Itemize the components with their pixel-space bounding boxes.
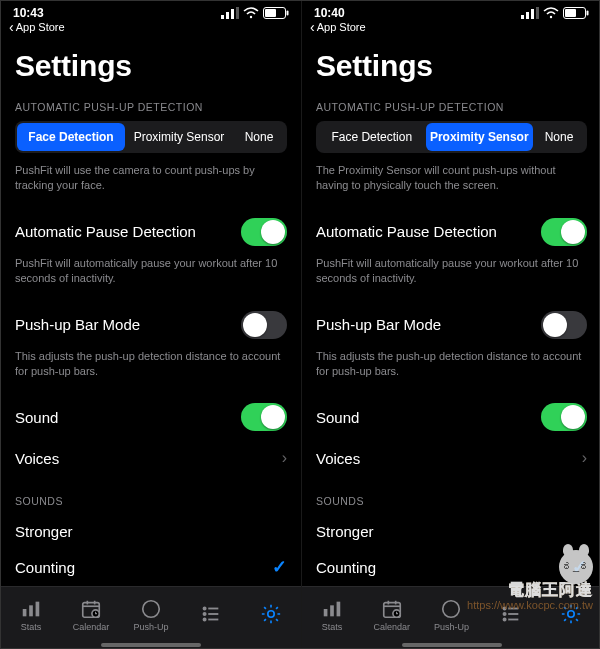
svg-rect-7 xyxy=(265,9,276,17)
screen-1: 10:40‹App StoreSettingsAUTOMATIC PUSH-UP… xyxy=(301,1,600,649)
pause-detection-row: Automatic Pause Detection xyxy=(15,208,287,256)
segment-option-1[interactable]: Proximity Sensor xyxy=(426,123,534,151)
sound-item-1[interactable]: Counting✓ xyxy=(316,548,587,586)
checkmark-icon: ✓ xyxy=(272,556,287,578)
voices-label: Voices xyxy=(316,450,360,467)
detection-section-label: AUTOMATIC PUSH-UP DETECTION xyxy=(316,101,587,113)
detection-segmented-control: Face DetectionProximity SensorNone xyxy=(15,121,287,153)
home-indicator xyxy=(101,643,201,647)
sounds-section-label: SOUNDS xyxy=(316,495,587,507)
svg-rect-3 xyxy=(236,7,239,19)
svg-point-23 xyxy=(268,610,274,616)
calendar-icon xyxy=(80,598,102,620)
svg-point-19 xyxy=(203,612,205,614)
svg-rect-27 xyxy=(536,7,539,19)
gear-icon xyxy=(260,603,282,625)
chevron-right-icon: › xyxy=(282,449,287,467)
battery-icon xyxy=(563,7,589,19)
tab-circle[interactable]: Push-Up xyxy=(425,598,477,632)
svg-rect-25 xyxy=(526,12,529,19)
voices-row[interactable]: Voices› xyxy=(15,441,287,475)
pause-detection-row: Automatic Pause Detection xyxy=(316,208,587,256)
checkmark-icon: ✓ xyxy=(572,556,587,578)
svg-point-17 xyxy=(203,607,205,609)
svg-point-4 xyxy=(250,16,252,18)
segment-option-0[interactable]: Face Detection xyxy=(318,123,426,151)
chevron-left-icon: ‹ xyxy=(9,22,14,32)
tab-calendar[interactable]: Calendar xyxy=(65,598,117,632)
cellular-icon xyxy=(521,7,539,19)
status-time: 10:43 xyxy=(13,6,44,20)
bar-mode-toggle[interactable] xyxy=(241,311,287,339)
tab-list[interactable] xyxy=(185,603,237,627)
segment-option-2[interactable]: None xyxy=(533,123,585,151)
svg-rect-24 xyxy=(521,15,524,19)
pause-label: Automatic Pause Detection xyxy=(15,223,196,240)
pause-toggle[interactable] xyxy=(541,218,587,246)
svg-rect-26 xyxy=(531,9,534,19)
sound-item-label: Counting xyxy=(15,559,75,576)
pause-description: PushFit will automatically pause your wo… xyxy=(316,256,587,287)
svg-point-21 xyxy=(203,618,205,620)
wifi-icon xyxy=(243,7,259,19)
status-time: 10:40 xyxy=(314,6,345,20)
cellular-icon xyxy=(221,7,239,19)
sound-toggle[interactable] xyxy=(541,403,587,431)
svg-point-45 xyxy=(504,618,506,620)
bar-mode-toggle[interactable] xyxy=(541,311,587,339)
bar-mode-label: Push-up Bar Mode xyxy=(15,316,140,333)
svg-rect-30 xyxy=(587,11,589,16)
tab-list[interactable] xyxy=(485,603,537,627)
circle-icon xyxy=(140,598,162,620)
segment-option-2[interactable]: None xyxy=(233,123,285,151)
segment-option-0[interactable]: Face Detection xyxy=(17,123,125,151)
segment-option-1[interactable]: Proximity Sensor xyxy=(125,123,233,151)
sound-item-0[interactable]: Stronger xyxy=(15,515,287,548)
svg-point-47 xyxy=(568,610,574,616)
tab-label: Stats xyxy=(21,622,42,632)
pause-toggle[interactable] xyxy=(241,218,287,246)
svg-point-41 xyxy=(504,607,506,609)
tab-gear[interactable] xyxy=(545,603,597,627)
svg-rect-33 xyxy=(330,605,334,616)
voices-label: Voices xyxy=(15,450,59,467)
screen-0: 10:43‹App StoreSettingsAUTOMATIC PUSH-UP… xyxy=(1,1,301,649)
sound-item-label: Stronger xyxy=(15,523,73,540)
svg-rect-2 xyxy=(231,9,234,19)
page-title: Settings xyxy=(15,49,287,83)
sound-item-1[interactable]: Counting✓ xyxy=(15,548,287,586)
sound-toggle[interactable] xyxy=(241,403,287,431)
stats-icon xyxy=(321,598,343,620)
tab-stats[interactable]: Stats xyxy=(306,598,358,632)
circle-icon xyxy=(440,598,462,620)
tab-gear[interactable] xyxy=(245,603,297,627)
svg-point-16 xyxy=(143,600,160,617)
tab-circle[interactable]: Push-Up xyxy=(125,598,177,632)
detection-segmented-control: Face DetectionProximity SensorNone xyxy=(316,121,587,153)
page-title: Settings xyxy=(316,49,587,83)
bar-mode-row: Push-up Bar Mode xyxy=(15,301,287,349)
sound-item-0[interactable]: Stronger xyxy=(316,515,587,548)
tab-stats[interactable]: Stats xyxy=(5,598,57,632)
home-indicator xyxy=(402,643,502,647)
sound-row: Sound xyxy=(15,393,287,441)
back-button[interactable]: ‹App Store xyxy=(1,21,301,39)
svg-rect-34 xyxy=(336,601,340,616)
voices-row[interactable]: Voices› xyxy=(316,441,587,475)
back-button[interactable]: ‹App Store xyxy=(302,21,600,39)
sound-item-label: Stronger xyxy=(316,523,374,540)
back-label: App Store xyxy=(16,21,65,33)
svg-rect-32 xyxy=(324,609,328,616)
svg-rect-0 xyxy=(221,15,224,19)
status-bar: 10:40 xyxy=(302,1,600,21)
bar-mode-description: This adjusts the push-up detection dista… xyxy=(15,349,287,380)
tab-bar: StatsCalendarPush-Up xyxy=(302,586,600,649)
svg-point-28 xyxy=(550,16,552,18)
tab-calendar[interactable]: Calendar xyxy=(366,598,418,632)
sounds-section-label: SOUNDS xyxy=(15,495,287,507)
bar-mode-label: Push-up Bar Mode xyxy=(316,316,441,333)
svg-point-40 xyxy=(443,600,460,617)
tab-label: Push-Up xyxy=(434,622,469,632)
sound-row: Sound xyxy=(316,393,587,441)
tab-label: Stats xyxy=(322,622,343,632)
